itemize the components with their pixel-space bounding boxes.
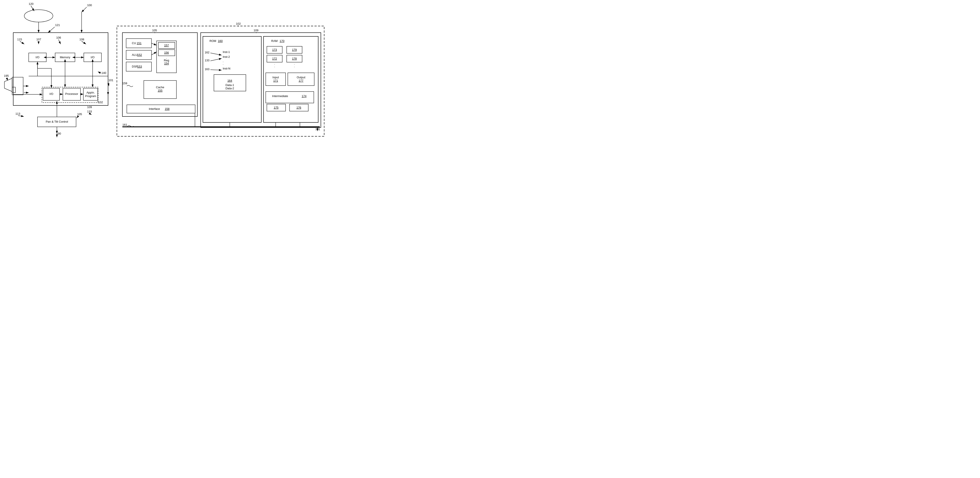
svg-line-65: [210, 59, 222, 61]
cu-ref: 151: [137, 41, 142, 45]
ref-161: 161: [123, 123, 127, 126]
alu-label: ALU: [132, 53, 137, 56]
intermediate-label: Intermediate: [272, 94, 288, 98]
appln-label: AppIn.: [86, 91, 95, 94]
ref-115: 115: [17, 38, 22, 41]
ram-dots4: ·: [294, 65, 295, 69]
io2-label: I/O: [91, 56, 94, 59]
ref-102-right: 102: [236, 22, 241, 25]
inst1: Inst-1: [223, 50, 230, 54]
data1-label: Data-1: [225, 83, 234, 87]
svg-line-28: [89, 113, 92, 115]
ref-106: 106: [56, 36, 61, 39]
diagram-container: 100 120 121 101 102 I/O Memory I/O I/O P…: [0, 0, 326, 159]
ref-121: 121: [55, 23, 60, 27]
r164: 164: [228, 79, 232, 82]
r174: 174: [302, 94, 307, 98]
ref-181: 181: [315, 127, 320, 131]
svg-line-3: [48, 27, 55, 33]
inst-dots2: ·: [223, 63, 224, 66]
ref-162: 162: [205, 51, 210, 54]
ram-dots3: ·: [274, 65, 275, 69]
ref-195: 195: [4, 74, 9, 77]
reg-ref: 154: [164, 62, 169, 65]
svg-rect-19: [12, 87, 16, 92]
r177: 177: [299, 79, 304, 82]
ram-label: RAM: [271, 39, 278, 43]
ref-109-left: 109: [87, 105, 92, 109]
data2-label: Data-2: [225, 87, 234, 90]
svg-rect-51: [123, 33, 197, 116]
svg-line-64: [210, 53, 222, 55]
ref-133: 133: [87, 110, 92, 113]
r176: 176: [296, 106, 301, 109]
processor-label: Processor: [65, 92, 78, 96]
ref-159: 159: [123, 81, 127, 85]
output-label: Output: [297, 76, 305, 79]
svg-line-26: [98, 72, 101, 73]
r178: 178: [292, 57, 297, 60]
memory-label: Memory: [60, 56, 70, 59]
io3-label: I/O: [49, 92, 53, 96]
dsp-ref: 153: [137, 65, 142, 68]
ref-100: 100: [87, 3, 92, 7]
dsp-label: DSP: [132, 65, 138, 68]
appln-label2: Program: [85, 94, 96, 98]
svg-line-85: [151, 52, 157, 55]
cache-label: Cache: [156, 86, 164, 89]
ref-105-right: 105: [152, 29, 157, 32]
ref-133-right: 133: [205, 59, 210, 62]
io1-label: I/O: [35, 56, 39, 59]
svg-line-22: [20, 41, 24, 44]
svg-point-2: [24, 10, 53, 22]
alu-ref: 152: [137, 53, 142, 56]
pan-tilt-label: Pan & Tilt Control: [46, 120, 68, 123]
ref-109-right: 109: [254, 29, 258, 32]
r156: 156: [164, 51, 169, 54]
instn: Inst-N: [223, 67, 231, 70]
r172: 172: [272, 57, 277, 60]
svg-rect-68: [264, 37, 318, 123]
r175: 175: [274, 106, 278, 109]
r179: 179: [292, 48, 297, 51]
ref-108: 108: [80, 38, 84, 41]
rom-label: ROM: [210, 39, 216, 43]
r171: 171: [273, 79, 278, 82]
svg-rect-49: [117, 26, 324, 136]
svg-line-20: [6, 78, 8, 81]
svg-marker-17: [5, 78, 12, 92]
ref-140: 140: [102, 71, 106, 75]
r157: 157: [164, 44, 169, 47]
svg-line-66: [210, 70, 222, 70]
svg-rect-60: [127, 105, 195, 113]
svg-line-84: [151, 43, 157, 45]
svg-line-27: [77, 116, 78, 118]
cu-label: CU: [132, 41, 136, 45]
svg-line-25: [81, 41, 86, 44]
svg-line-24: [59, 40, 60, 44]
svg-line-21: [18, 116, 24, 116]
ref-163: 163: [205, 67, 210, 71]
ref-102: 102: [98, 100, 103, 104]
interface-ref: 158: [165, 107, 170, 110]
ref-113: 113: [16, 112, 20, 115]
reg-dots: ·: [166, 56, 167, 60]
svg-line-0: [81, 7, 87, 12]
ref-120: 120: [29, 2, 33, 5]
ref-107: 107: [37, 38, 41, 41]
interface-label: Interface: [149, 107, 160, 110]
ref-105: 105: [77, 113, 82, 116]
input-label: Input: [272, 76, 279, 79]
ref-101: 101: [108, 78, 113, 82]
inst2: Inst-2: [223, 55, 230, 59]
svg-rect-18: [12, 77, 23, 95]
rom-ref: 160: [218, 39, 223, 43]
ram-ref: 170: [280, 39, 285, 43]
cache-ref: 155: [158, 89, 162, 92]
r173: 173: [272, 48, 277, 51]
